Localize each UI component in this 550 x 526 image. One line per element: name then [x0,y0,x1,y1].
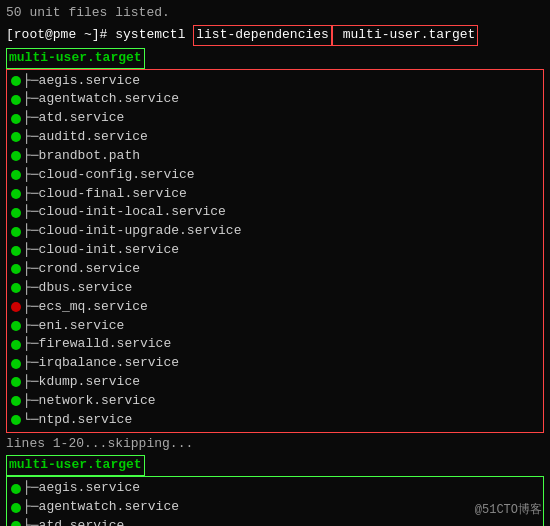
list-item: └─ntpd.service [11,411,539,430]
list-item: ├─cloud-init-local.service [11,203,539,222]
list-item: ├─dbus.service [11,279,539,298]
command-pre: systemctl [107,26,193,45]
status-dot [11,132,21,142]
service-name: ├─atd.service [23,517,124,526]
service-name: ├─aegis.service [23,72,140,91]
command-arg: multi-user.target [332,25,478,46]
status-dot [11,302,21,312]
service-name: ├─kdump.service [23,373,140,392]
top-text: 50 unit files listed. [6,4,544,23]
section2-title-line: multi-user.target [6,455,544,476]
service-name: ├─cloud-final.service [23,185,187,204]
status-dot [11,340,21,350]
status-dot [11,377,21,387]
service-name: ├─cloud-init.service [23,241,179,260]
service-name: ├─aegis.service [23,479,140,498]
list-item: ├─aegis.service [11,479,539,498]
status-dot [11,189,21,199]
service-list-top: ├─aegis.service├─agentwatch.service├─atd… [6,69,544,433]
list-item: ├─crond.service [11,260,539,279]
list-item: ├─aegis.service [11,72,539,91]
service-name: ├─network.service [23,392,156,411]
status-dot [11,170,21,180]
list-item: ├─brandbot.path [11,147,539,166]
status-dot [11,246,21,256]
watermark: @51CTO博客 [475,501,542,518]
list-item: ├─cloud-final.service [11,185,539,204]
list-item: ├─agentwatch.service [11,498,539,517]
list-item: ├─auditd.service [11,128,539,147]
prompt: [root@pme ~]# [6,26,107,45]
status-dot [11,396,21,406]
service-name: ├─eni.service [23,317,124,336]
status-dot [11,208,21,218]
terminal-window: 50 unit files listed. [root@pme ~]# syst… [6,4,544,526]
service-name: ├─dbus.service [23,279,132,298]
skip-line: lines 1-20...skipping... [6,435,544,454]
list-item: ├─firewalld.service [11,335,539,354]
service-name: ├─brandbot.path [23,147,140,166]
service-name: ├─cloud-init-upgrade.service [23,222,241,241]
service-name: ├─ecs_mq.service [23,298,148,317]
list-item: ├─ecs_mq.service [11,298,539,317]
service-name: ├─irqbalance.service [23,354,179,373]
status-dot [11,321,21,331]
list-item: ├─cloud-config.service [11,166,539,185]
list-item: ├─agentwatch.service [11,90,539,109]
status-dot [11,415,21,425]
list-item: ├─network.service [11,392,539,411]
command-highlight: list-dependencies [193,25,332,46]
status-dot [11,503,21,513]
service-name: ├─cloud-config.service [23,166,195,185]
section1-title: multi-user.target [6,48,145,69]
list-item: ├─atd.service [11,109,539,128]
list-item: ├─kdump.service [11,373,539,392]
list-item: ├─eni.service [11,317,539,336]
command-line: [root@pme ~]# systemctl list-dependencie… [6,25,544,46]
service-name: ├─agentwatch.service [23,498,179,517]
service-name: ├─auditd.service [23,128,148,147]
list-item: ├─atd.service [11,517,539,526]
status-dot [11,264,21,274]
service-name: └─ntpd.service [23,411,132,430]
status-dot [11,227,21,237]
status-dot [11,114,21,124]
list-item: ├─cloud-init.service [11,241,539,260]
service-name: ├─agentwatch.service [23,90,179,109]
section1-title-line: multi-user.target [6,48,544,69]
status-dot [11,76,21,86]
status-dot [11,283,21,293]
service-name: ├─atd.service [23,109,124,128]
status-dot [11,95,21,105]
list-item: ├─cloud-init-upgrade.service [11,222,539,241]
list-item: ├─irqbalance.service [11,354,539,373]
service-name: ├─crond.service [23,260,140,279]
status-dot [11,521,21,526]
status-dot [11,484,21,494]
section2-title: multi-user.target [6,455,145,476]
service-name: ├─cloud-init-local.service [23,203,226,222]
service-name: ├─firewalld.service [23,335,171,354]
status-dot [11,151,21,161]
status-dot [11,359,21,369]
service-list-bottom: ├─aegis.service├─agentwatch.service├─atd… [6,476,544,526]
